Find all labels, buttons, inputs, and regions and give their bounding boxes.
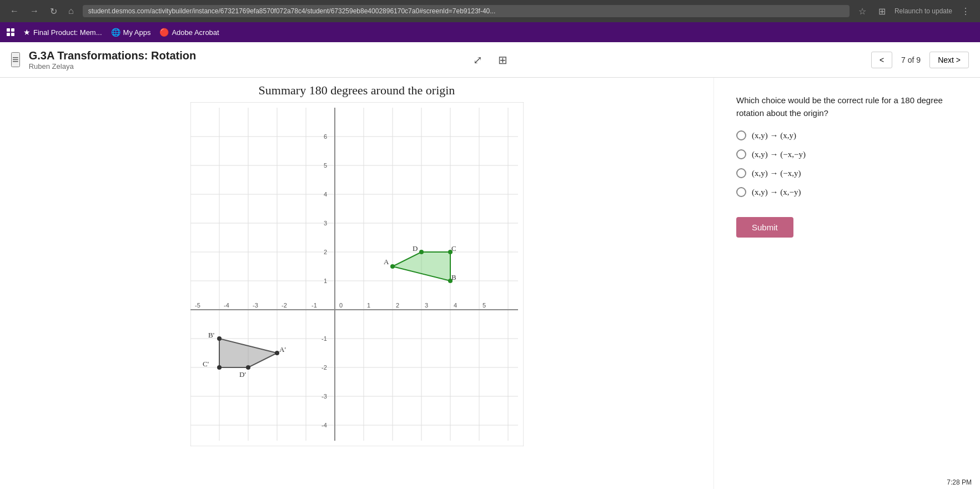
svg-text:-4: -4 — [321, 422, 327, 428]
submit-button[interactable]: Submit — [736, 217, 793, 238]
main-content: Summary 180 degrees around the origin — [0, 78, 980, 489]
svg-rect-0 — [190, 102, 524, 446]
svg-text:-5: -5 — [195, 302, 200, 309]
svg-text:4: 4 — [324, 191, 327, 198]
globe-icon: 🌐 — [111, 28, 120, 37]
svg-text:B: B — [451, 273, 456, 281]
title-block: G.3A Transformations: Rotation Ruben Zel… — [29, 49, 871, 70]
svg-text:-3: -3 — [253, 302, 258, 309]
browser-chrome: ← → ↻ ⌂ student.desmos.com/activitybuild… — [0, 0, 980, 22]
browser-nav: ← → ↻ ⌂ — [7, 4, 77, 19]
subtitle: Ruben Zelaya — [29, 62, 871, 70]
star-bookmark-icon: ★ — [23, 28, 31, 37]
radio-circle-3[interactable] — [736, 168, 746, 178]
option-3-text: (x,y) → (−x,y) — [752, 169, 801, 178]
header-nav: < 7 of 9 Next > — [871, 52, 969, 68]
svg-text:3: 3 — [324, 220, 327, 226]
right-panel: Which choice would be the correct rule f… — [713, 78, 980, 489]
coordinate-graph: -5 -4 -3 -2 -1 0 1 2 3 4 5 6 5 4 3 2 1 -… — [190, 102, 524, 446]
graph-area: Summary 180 degrees around the origin — [0, 78, 713, 489]
option-4-text: (x,y) → (x,−y) — [752, 188, 801, 197]
expand-icon[interactable]: ⤢ — [470, 50, 486, 70]
bookmark-adobe[interactable]: 🔴 Adobe Acrobat — [159, 28, 219, 37]
svg-text:5: 5 — [483, 302, 486, 309]
page-indicator: 7 of 9 — [897, 56, 925, 64]
adobe-icon: 🔴 — [159, 28, 169, 37]
radio-circle-2[interactable] — [736, 149, 746, 159]
svg-text:5: 5 — [324, 162, 327, 169]
question-text: Which choice would be the correct rule f… — [736, 94, 958, 119]
svg-text:C: C — [451, 244, 456, 253]
time-display: 7:28 PM — [947, 478, 972, 486]
option-4[interactable]: (x,y) → (x,−y) — [736, 187, 958, 197]
point-d — [419, 250, 424, 254]
svg-text:-2: -2 — [321, 364, 327, 371]
relaunch-label[interactable]: Relaunch to update — [894, 7, 952, 15]
svg-text:2: 2 — [396, 302, 399, 309]
bookmark-label: Final Product: Mem... — [33, 28, 102, 37]
option-2-text: (x,y) → (−x,−y) — [752, 150, 806, 159]
back-button[interactable]: ← — [7, 4, 22, 18]
section-title: Summary 180 degrees around the origin — [259, 83, 455, 98]
grid-view-icon[interactable]: ⊞ — [495, 50, 511, 70]
bookmark-label: Adobe Acrobat — [172, 28, 219, 37]
menu-icon[interactable]: ⋮ — [958, 4, 973, 19]
home-button[interactable]: ⌂ — [65, 4, 77, 18]
radio-circle-4[interactable] — [736, 187, 746, 197]
forward-button[interactable]: → — [27, 4, 42, 18]
svg-text:C': C' — [203, 360, 209, 368]
bookmark-label: My Apps — [123, 28, 151, 37]
point-b-prime — [217, 336, 222, 341]
bookmark-my-apps[interactable]: 🌐 My Apps — [111, 28, 151, 37]
svg-text:-2: -2 — [282, 302, 287, 309]
option-1-text: (x,y) → (x,y) — [752, 131, 796, 140]
point-c-prime — [217, 365, 222, 370]
refresh-button[interactable]: ↻ — [47, 4, 61, 19]
next-page-button[interactable]: Next > — [929, 52, 969, 68]
svg-text:-4: -4 — [224, 302, 229, 309]
header-center: ⤢ ⊞ — [470, 50, 511, 70]
option-3[interactable]: (x,y) → (−x,y) — [736, 168, 958, 178]
star-icon[interactable]: ☆ — [855, 4, 870, 19]
prev-page-button[interactable]: < — [871, 52, 892, 68]
apps-grid-icon[interactable] — [7, 28, 14, 36]
svg-text:-3: -3 — [321, 393, 327, 400]
svg-text:1: 1 — [367, 302, 370, 309]
svg-text:D: D — [413, 244, 418, 253]
bookmarks-bar: ★ Final Product: Mem... 🌐 My Apps 🔴 Adob… — [0, 22, 980, 42]
svg-text:B': B' — [208, 331, 214, 339]
svg-text:2: 2 — [324, 249, 327, 255]
svg-text:-1: -1 — [311, 302, 317, 309]
svg-text:4: 4 — [454, 302, 457, 309]
radio-circle-1[interactable] — [736, 130, 746, 140]
hamburger-menu[interactable]: ≡ — [11, 52, 20, 67]
graph-container: -5 -4 -3 -2 -1 0 1 2 3 4 5 6 5 4 3 2 1 -… — [190, 102, 524, 446]
address-bar[interactable]: student.desmos.com/activitybuilder/insta… — [83, 5, 850, 17]
svg-text:-1: -1 — [321, 335, 327, 342]
bookmark-final-product[interactable]: ★ Final Product: Mem... — [23, 28, 102, 37]
app-header: ≡ G.3A Transformations: Rotation Ruben Z… — [0, 42, 980, 78]
svg-text:D': D' — [239, 370, 246, 379]
svg-text:A: A — [384, 258, 389, 266]
svg-text:6: 6 — [324, 133, 327, 140]
option-2[interactable]: (x,y) → (−x,−y) — [736, 149, 958, 159]
extensions-icon[interactable]: ⊞ — [875, 4, 889, 19]
svg-text:A': A' — [279, 345, 286, 354]
point-d-prime — [246, 365, 250, 370]
svg-text:0: 0 — [339, 302, 343, 309]
point-a — [390, 264, 395, 269]
svg-text:3: 3 — [425, 302, 428, 309]
point-a-prime — [275, 351, 279, 355]
svg-text:1: 1 — [324, 278, 327, 284]
option-1[interactable]: (x,y) → (x,y) — [736, 130, 958, 140]
page-title: G.3A Transformations: Rotation — [29, 49, 871, 62]
